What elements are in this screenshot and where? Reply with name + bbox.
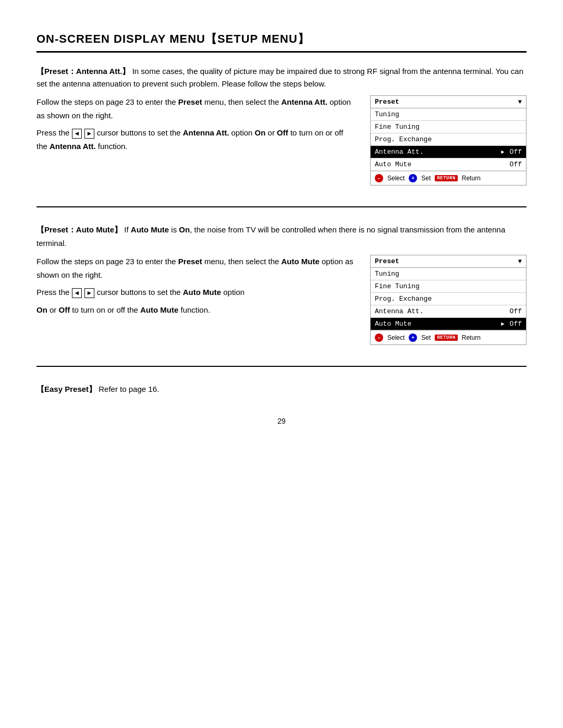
section-antenna-att: 【Preset：Antenna Att.】 In some cases, the… <box>36 65 527 186</box>
menu-row-automute-2: Auto Mute ► Off <box>371 318 526 330</box>
section1-intro: 【Preset：Antenna Att.】 In some cases, the… <box>36 65 527 90</box>
cursor-right-icon-1: ► <box>84 129 95 139</box>
select-button-icon-1: – <box>375 174 383 182</box>
arrow-right-icon-1: ► <box>501 149 505 155</box>
section1-content-row: Follow the steps on page 23 to enter the… <box>36 95 527 186</box>
set-label-1: Set <box>421 175 431 182</box>
menu-box-2: Preset ▼ Tuning Fine Tuning Prog. Exchan… <box>370 255 527 345</box>
menu-row-finetuning-1: Fine Tuning <box>371 121 526 133</box>
menu-box-1: Preset ▼ Tuning Fine Tuning Prog. Exchan… <box>370 95 527 186</box>
section1-step1: Follow the steps on page 23 to enter the… <box>36 95 354 122</box>
divider-1 <box>36 206 527 207</box>
set-button-icon-1: + <box>409 174 417 182</box>
menu-footer-1: – Select + Set RETURN Return <box>371 171 526 185</box>
menu-row-progexchange-2: Prog. Exchange <box>371 293 526 305</box>
menu-row-progexchange-1: Prog. Exchange <box>371 133 526 146</box>
easy-preset-label: 【Easy Preset】 <box>36 385 96 393</box>
set-label-2: Set <box>421 334 431 341</box>
section2-content-row: Follow the steps on page 23 to enter the… <box>36 255 527 345</box>
section1-step2: Press the ◄ ► cursor buttons to set the … <box>36 126 354 153</box>
menu-header-label-2: Preset <box>375 257 399 265</box>
menu-row-antennaatt-2: Antenna Att. Off <box>371 305 526 318</box>
cursor-left-icon-1: ◄ <box>72 129 82 139</box>
section-easy-preset: 【Easy Preset】 Refer to page 16. <box>36 382 527 396</box>
select-button-icon-2: – <box>375 334 383 342</box>
return-button-icon-1: RETURN <box>435 175 457 181</box>
menu-header-1: Preset ▼ <box>371 96 526 108</box>
section-auto-mute: 【Preset：Auto Mute】 If Auto Mute is On, t… <box>36 223 527 345</box>
arrow-right-icon-2: ► <box>501 321 505 327</box>
section2-step2: Press the ◄ ► cursor buttons to set the … <box>36 286 354 299</box>
menu-row-automute-1: Auto Mute Off <box>371 158 526 171</box>
menu-row-finetuning-2: Fine Tuning <box>371 280 526 293</box>
cursor-right-icon-2: ► <box>84 288 95 298</box>
select-label-1: Select <box>387 175 405 182</box>
section2-intro-label: 【Preset：Auto Mute】 <box>36 225 122 234</box>
menu-row-tuning-1: Tuning <box>371 108 526 121</box>
section1-text-col: Follow the steps on page 23 to enter the… <box>36 95 354 157</box>
return-label-1: Return <box>462 175 481 182</box>
section2-step1: Follow the steps on page 23 to enter the… <box>36 255 354 281</box>
menu-footer-2: – Select + Set RETURN Return <box>371 330 526 344</box>
set-button-icon-2: + <box>409 334 417 342</box>
select-label-2: Select <box>387 334 405 341</box>
section2-intro: 【Preset：Auto Mute】 If Auto Mute is On, t… <box>36 223 527 250</box>
section2-text-col: Follow the steps on page 23 to enter the… <box>36 255 354 320</box>
page-number: 29 <box>36 417 527 425</box>
section2-step3: On or Off to turn on or off the Auto Mut… <box>36 303 354 317</box>
divider-2 <box>36 366 527 367</box>
menu-header-2: Preset ▼ <box>371 255 526 268</box>
section1-intro-label: 【Preset：Antenna Att.】 <box>36 67 130 76</box>
cursor-left-icon-2: ◄ <box>72 288 82 298</box>
return-button-icon-2: RETURN <box>435 335 457 341</box>
menu-header-label-1: Preset <box>375 98 399 106</box>
menu-down-arrow-1: ▼ <box>518 98 522 106</box>
return-label-2: Return <box>462 334 481 341</box>
easy-preset-body: Refer to page 16. <box>96 385 159 393</box>
menu-row-tuning-2: Tuning <box>371 268 526 280</box>
menu-row-antennaatt-1: Antenna Att. ► Off <box>371 146 526 158</box>
easy-preset-text: 【Easy Preset】 Refer to page 16. <box>36 382 527 396</box>
menu-down-arrow-2: ▼ <box>518 258 522 265</box>
page-title: ON-SCREEN DISPLAY MENU【SETUP MENU】 <box>36 31 527 53</box>
